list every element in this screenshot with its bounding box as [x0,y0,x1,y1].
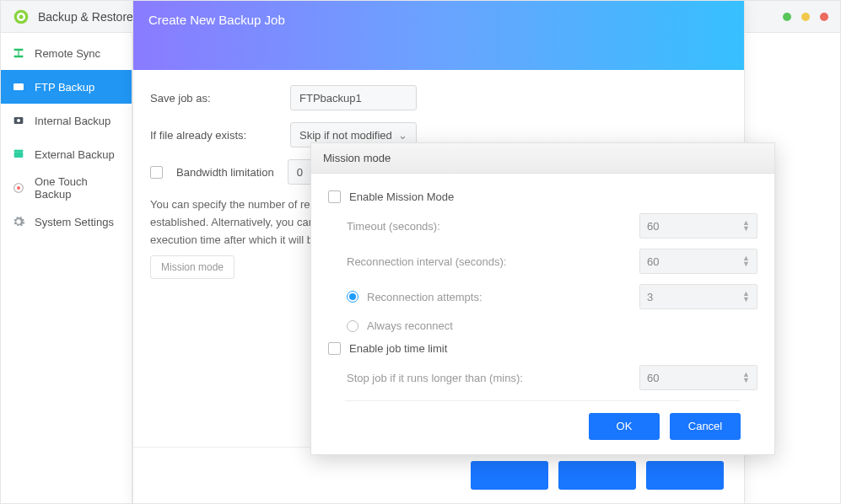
svg-point-2 [19,14,24,19]
create-job-footer [133,447,744,503]
label-timeout: Timeout (seconds): [347,220,639,233]
row-always-reconnect: Always reconnect [328,319,757,332]
checkbox-enable-mission[interactable] [328,190,341,203]
mission-popover-title: Mission mode [323,152,391,164]
mission-mode-button[interactable]: Mission mode [150,255,235,279]
sidebar-item-label: External Backup [35,148,115,161]
cancel-button[interactable]: Cancel [670,413,741,440]
checkbox-enable-limit[interactable] [328,342,341,355]
input-save-as[interactable] [290,85,417,110]
sidebar-item-label: Internal Backup [35,115,111,127]
mission-popover-header: Mission mode [311,143,774,174]
label-always-reconnect: Always reconnect [367,319,757,332]
spinner-timeout[interactable]: 60 ▲▼ [639,213,757,239]
header-title: Backup & Restore [38,10,133,24]
remote-sync-icon [11,46,26,61]
svg-point-5 [17,119,20,122]
sidebar-item-label: System Settings [35,216,114,228]
radio-always-reconnect[interactable] [347,320,359,332]
app-window: Backup & Restore Remote Sync FTP Backup … [0,0,841,504]
checkbox-bandwidth[interactable] [150,166,163,179]
row-save-as: Save job as: [150,85,727,110]
sidebar-item-label: FTP Backup [35,81,94,94]
sidebar-item-system-settings[interactable]: System Settings [1,205,132,239]
window-minimize-icon[interactable] [783,13,791,21]
label-enable-mission: Enable Mission Mode [349,190,757,203]
footer-button-3[interactable] [646,461,724,490]
create-job-title: Create New Backup Job [148,13,285,27]
row-enable-mission: Enable Mission Mode [328,190,757,203]
spinner-stop-job[interactable]: 60 ▲▼ [639,365,757,390]
sidebar-item-label: One Touch Backup [35,175,121,201]
window-maximize-icon[interactable] [801,13,810,21]
label-reconn-interval: Reconnection interval (seconds): [347,255,639,268]
label-reconn-attempts: Reconnection attempts: [367,291,639,303]
ftp-backup-icon [11,79,26,94]
svg-rect-3 [13,83,24,90]
spinner-arrows-icon: ▲▼ [742,291,750,303]
label-if-exists: If file already exists: [150,129,277,142]
create-job-header: Create New Backup Job [133,1,744,70]
spinner-stop-job-value: 60 [647,372,659,384]
row-reconn-interval: Reconnection interval (seconds): 60 ▲▼ [328,249,757,274]
spinner-arrows-icon: ▲▼ [742,372,750,383]
row-enable-limit: Enable job time limit [328,342,757,355]
spinner-reconn-attempts-value: 3 [647,291,653,303]
spinner-reconn-interval[interactable]: 60 ▲▼ [639,249,757,274]
window-controls [783,13,828,21]
sidebar: Remote Sync FTP Backup Internal Backup E… [1,33,132,503]
spinner-arrows-icon: ▲▼ [742,220,750,232]
spinner-arrows-icon: ▲▼ [742,255,750,267]
mission-popover-body: Enable Mission Mode Timeout (seconds): 6… [311,174,774,454]
footer-button-2[interactable] [558,461,636,490]
footer-button-1[interactable] [471,461,548,490]
sidebar-item-one-touch-backup[interactable]: One Touch Backup [1,171,132,205]
sidebar-item-ftp-backup[interactable]: FTP Backup [1,70,132,104]
sidebar-item-label: Remote Sync [35,47,100,60]
spinner-timeout-value: 60 [647,220,659,233]
spinner-reconn-attempts[interactable]: 3 ▲▼ [639,284,757,309]
label-enable-limit: Enable job time limit [349,342,757,355]
label-stop-job: Stop job if it runs longer than (mins): [347,372,639,384]
label-save-as: Save job as: [150,92,277,105]
ok-button[interactable]: OK [589,413,660,440]
external-backup-icon [11,147,26,162]
row-timeout: Timeout (seconds): 60 ▲▼ [328,213,757,239]
internal-backup-icon [11,113,26,128]
input-bandwidth[interactable] [288,159,313,185]
mission-mode-popover: Mission mode Enable Mission Mode Timeout… [310,142,775,455]
row-reconn-attempts: Reconnection attempts: 3 ▲▼ [328,284,757,309]
mission-popover-footer: OK Cancel [345,400,741,451]
radio-reconn-attempts[interactable] [347,291,359,303]
chevron-down-icon: ⌄ [398,129,407,142]
sidebar-item-external-backup[interactable]: External Backup [1,137,132,171]
window-close-icon[interactable] [820,13,828,21]
sidebar-item-remote-sync[interactable]: Remote Sync [1,36,132,70]
svg-rect-7 [14,150,24,153]
svg-rect-6 [14,152,24,158]
spinner-reconn-interval-value: 60 [647,255,659,268]
sidebar-item-internal-backup[interactable]: Internal Backup [1,104,132,137]
gear-icon [11,214,26,229]
select-if-exists-value: Skip if not modified [299,129,392,142]
label-bandwidth: Bandwidth limitation [176,166,274,179]
one-touch-icon [11,180,26,196]
row-stop-job: Stop job if it runs longer than (mins): … [328,365,757,390]
svg-point-9 [17,186,20,190]
app-logo-icon [13,8,30,25]
